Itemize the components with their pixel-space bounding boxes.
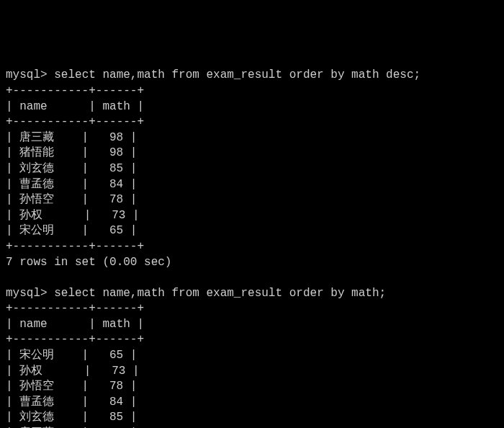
- table-separator: +-----------+------+: [6, 240, 144, 253]
- mysql-prompt[interactable]: mysql>: [6, 68, 54, 81]
- table-row: | 唐三藏 | 98 |: [6, 131, 137, 144]
- table-row: | 孙权 | 73 |: [6, 209, 140, 222]
- table-row: | 宋公明 | 65 |: [6, 349, 137, 362]
- table-separator: +-----------+------+: [6, 84, 144, 97]
- table-separator: +-----------+------+: [6, 115, 144, 128]
- table-row: | 孙悟空 | 78 |: [6, 193, 137, 206]
- mysql-terminal-output: mysql> select name,math from exam_result…: [6, 68, 498, 428]
- table-row: | 孙权 | 73 |: [6, 365, 140, 378]
- table-row: | 猪悟能 | 98 |: [6, 146, 137, 159]
- table-separator: +-----------+------+: [6, 302, 144, 315]
- table-separator: +-----------+------+: [6, 333, 144, 346]
- table-row: | 孙悟空 | 78 |: [6, 380, 137, 393]
- table-header: | name | math |: [6, 318, 144, 331]
- rows-in-set: 7 rows in set (0.00 sec): [6, 256, 171, 269]
- table-row: | 曹孟德 | 84 |: [6, 178, 137, 191]
- table-row: | 刘玄德 | 85 |: [6, 411, 137, 424]
- mysql-prompt[interactable]: mysql>: [6, 287, 54, 300]
- table-header: | name | math |: [6, 100, 144, 113]
- sql-statement: select name,math from exam_result order …: [54, 68, 420, 81]
- table-row: | 刘玄德 | 85 |: [6, 162, 137, 175]
- sql-statement: select name,math from exam_result order …: [54, 287, 386, 300]
- table-row: | 宋公明 | 65 |: [6, 224, 137, 237]
- table-row: | 曹孟德 | 84 |: [6, 396, 137, 409]
